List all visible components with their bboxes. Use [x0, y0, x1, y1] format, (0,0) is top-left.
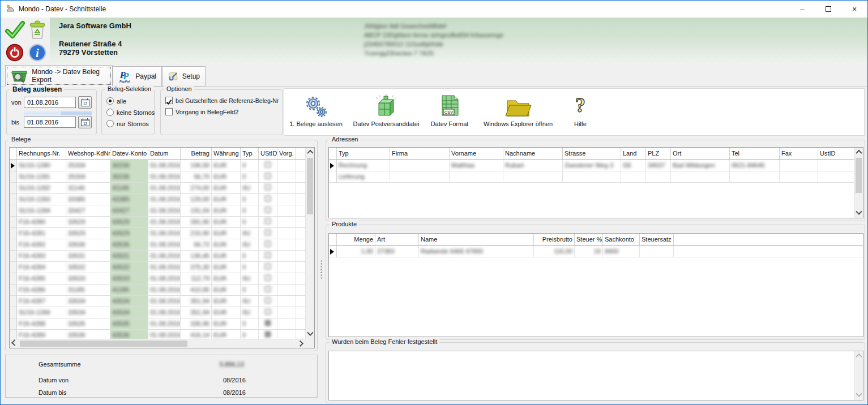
radio-alle-label: alle [117, 98, 126, 105]
table-row[interactable]: F16-4281335294352901.08.2016215,90EUR0U [10, 228, 305, 239]
date-to-calendar-button[interactable]: 12 [78, 116, 92, 128]
ustid-checkbox[interactable] [265, 196, 271, 201]
checkbox-referenz-beleg-nr[interactable] [165, 97, 173, 104]
ustid-checkbox[interactable] [265, 298, 271, 303]
column-header[interactable]: Vorg. [277, 148, 296, 160]
table-row[interactable]: F16-4287335344353401.08.2016351,94EUR0U [10, 296, 305, 307]
ustid-checkbox[interactable] [265, 184, 271, 190]
scroll-up-button[interactable] [854, 148, 863, 157]
column-header[interactable]: PLZ [646, 148, 671, 160]
ustid-checkbox[interactable] [265, 286, 271, 292]
table-row[interactable]: SU16-1284334274342701.08.2016191,04EUR0 [10, 205, 305, 217]
column-header[interactable]: Typ [337, 148, 390, 160]
column-header[interactable]: Sachkonto [603, 234, 640, 246]
column-header[interactable]: Webshop-KdNr. [66, 148, 110, 160]
column-header[interactable]: Firma [390, 148, 450, 160]
minimize-button[interactable]: – [789, 1, 815, 18]
tab-paypal[interactable]: P P PayPal Paypal [113, 66, 162, 87]
table-row[interactable]: SU16-1283333854338501.08.2016129,00EUR0 [10, 194, 305, 205]
tab-setup[interactable]: Setup [162, 66, 206, 87]
ustid-checkbox[interactable] [265, 252, 271, 258]
column-header[interactable]: Währung [212, 148, 241, 160]
scroll-down-button[interactable] [854, 391, 863, 400]
date-from-input[interactable]: 01.08.2016 [24, 97, 76, 108]
info-button[interactable]: i [26, 41, 49, 64]
column-header[interactable]: Betrag [181, 148, 212, 160]
table-row[interactable]: F16-4283335314353101.08.2016136,45EUR0 [10, 251, 305, 262]
column-header[interactable]: Typ [241, 148, 259, 160]
ustid-checkbox[interactable] [265, 241, 271, 247]
scroll-down-button[interactable] [306, 330, 315, 339]
scroll-up-button[interactable] [854, 351, 863, 360]
table-row[interactable]: F16-4286311854118501.08.2016410,95EUR0 [10, 285, 305, 296]
ustid-checkbox[interactable] [265, 320, 271, 326]
table-row[interactable]: F16-4285335334353301.08.2016112,79EUR0U [10, 273, 305, 285]
radio-alle[interactable] [106, 97, 114, 105]
column-header[interactable]: Steuersatz [640, 234, 674, 246]
ustid-checkbox[interactable] [265, 230, 271, 235]
scroll-left-button[interactable] [10, 339, 19, 348]
scroll-up-button[interactable] [306, 148, 315, 157]
column-header[interactable]: Fax [780, 148, 818, 160]
table-row[interactable]: SU16-1284335344353401.08.2016351,94EUR0U [10, 307, 305, 318]
column-header[interactable]: Ort [671, 148, 730, 160]
table-row[interactable]: 1,0027383Radweste 6466 47890116,00198400 [329, 246, 863, 257]
table-row[interactable]: Lieferung [329, 171, 854, 183]
scrollbar-thumb[interactable] [307, 158, 313, 214]
table-row[interactable]: SU16-1281253343023601.08.201656,70EUR0 [10, 171, 305, 183]
column-header[interactable]: Preisbrutto [534, 234, 575, 246]
column-header[interactable]: Datev-Konto [110, 148, 148, 160]
ustid-checkbox[interactable] [265, 218, 271, 224]
column-header[interactable]: Art [375, 234, 419, 246]
ustid-checkbox[interactable] [265, 264, 271, 269]
column-header[interactable]: Rechnungs-Nr. [17, 148, 66, 160]
column-header[interactable]: UStID [259, 148, 277, 160]
scrollbar-thumb[interactable] [856, 158, 862, 193]
table-row[interactable]: F16-4282335364353601.08.201666,72EUR0U [10, 239, 305, 251]
column-header[interactable]: Datum [148, 148, 181, 160]
ustid-checkbox[interactable] [265, 331, 271, 337]
fehler-textarea[interactable] [328, 351, 863, 400]
checkbox-vorgang-belegfeld2[interactable] [165, 108, 173, 115]
close-button[interactable]: × [841, 1, 867, 18]
radio-keine-stornos[interactable] [106, 109, 114, 116]
column-header[interactable]: Land [621, 148, 646, 160]
table-row[interactable]: SU16-1280253343023601.08.2016196,00EUR0 [10, 160, 305, 171]
recycle-bin-button[interactable] [26, 19, 49, 41]
adressen-vertical-scrollbar[interactable] [854, 148, 863, 218]
table-row[interactable]: RechnungMatthiasRubartZwestener Weg 3DE3… [329, 160, 854, 171]
table-row[interactable]: F16-4284335324353201.08.2016375,30EUR0 [10, 262, 305, 273]
power-button[interactable] [3, 41, 26, 64]
confirm-button[interactable] [3, 19, 26, 41]
scroll-down-button[interactable] [854, 209, 863, 218]
date-from-calendar-button[interactable]: 12 [78, 96, 92, 109]
column-header[interactable]: Name [419, 234, 534, 246]
table-row[interactable]: F16-4280335294352901.08.2016281,90EUR0 [10, 217, 305, 228]
vertical-splitter[interactable] [319, 140, 324, 398]
table-row[interactable]: F16-4289335364353601.08.2016416,14EUR0 [10, 330, 305, 339]
column-header[interactable]: Menge [337, 234, 375, 246]
table-row[interactable]: SU16-1282311464114601.08.2016274,00EUR0U [10, 183, 305, 194]
scrollbar-thumb[interactable] [20, 341, 187, 347]
column-header[interactable]: Vorname [450, 148, 503, 160]
ustid-checkbox[interactable] [265, 173, 271, 179]
maximize-button[interactable] [815, 1, 841, 18]
fehler-vertical-scrollbar[interactable] [854, 351, 863, 400]
belege-horizontal-scrollbar[interactable] [10, 339, 305, 348]
tab-mondo-datev-beleg-export[interactable]: Mondo -> Datev Beleg Export [5, 65, 113, 87]
ustid-checkbox[interactable] [265, 207, 271, 213]
ustid-checkbox[interactable] [265, 275, 271, 281]
column-header[interactable]: UstID [818, 148, 854, 160]
belege-vertical-scrollbar[interactable] [305, 148, 314, 339]
column-header[interactable]: Nachname [503, 148, 563, 160]
ustid-checkbox[interactable] [265, 162, 271, 167]
ustid-checkbox[interactable] [265, 309, 271, 314]
hilfe-button[interactable]: ? Hilfe [532, 92, 628, 127]
column-header[interactable]: Strasse [563, 148, 621, 160]
radio-nur-stornos[interactable] [106, 120, 114, 127]
table-row[interactable]: F16-4288335354353501.08.2016336,96EUR0 [10, 318, 305, 330]
column-header[interactable]: Steuer % [575, 234, 603, 246]
scroll-right-button[interactable] [296, 339, 305, 348]
date-to-input[interactable]: 01.08.2016 [24, 117, 76, 128]
column-header[interactable]: Tel [730, 148, 780, 160]
